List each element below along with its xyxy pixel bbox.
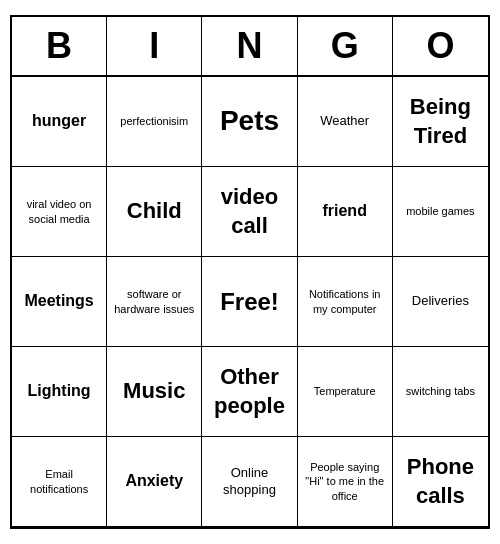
bingo-cell: Other people <box>202 347 297 437</box>
bingo-cell: friend <box>298 167 393 257</box>
bingo-cell: Child <box>107 167 202 257</box>
bingo-cell: Phone calls <box>393 437 488 527</box>
bingo-cell: perfectionisim <box>107 77 202 167</box>
bingo-header: BINGO <box>12 17 488 77</box>
bingo-card: BINGO hungerperfectionisimPetsWeatherBei… <box>10 15 490 529</box>
header-letter: N <box>202 17 297 75</box>
bingo-grid: hungerperfectionisimPetsWeatherBeing Tir… <box>12 77 488 527</box>
bingo-cell: Lighting <box>12 347 107 437</box>
bingo-cell: switching tabs <box>393 347 488 437</box>
bingo-cell: Deliveries <box>393 257 488 347</box>
bingo-cell: video call <box>202 167 297 257</box>
bingo-cell: Weather <box>298 77 393 167</box>
bingo-cell: mobile games <box>393 167 488 257</box>
bingo-cell: hunger <box>12 77 107 167</box>
bingo-cell: software or hardware issues <box>107 257 202 347</box>
bingo-cell: Anxiety <box>107 437 202 527</box>
header-letter: B <box>12 17 107 75</box>
header-letter: O <box>393 17 488 75</box>
bingo-cell: Notifications in my computer <box>298 257 393 347</box>
bingo-cell: Meetings <box>12 257 107 347</box>
header-letter: I <box>107 17 202 75</box>
bingo-cell: Temperature <box>298 347 393 437</box>
bingo-cell: Pets <box>202 77 297 167</box>
bingo-cell: Free! <box>202 257 297 347</box>
bingo-cell: Being Tired <box>393 77 488 167</box>
bingo-cell: Online shopping <box>202 437 297 527</box>
bingo-cell: Music <box>107 347 202 437</box>
bingo-cell: People saying "Hi" to me in the office <box>298 437 393 527</box>
bingo-cell: Email notifications <box>12 437 107 527</box>
header-letter: G <box>298 17 393 75</box>
bingo-cell: viral video on social media <box>12 167 107 257</box>
